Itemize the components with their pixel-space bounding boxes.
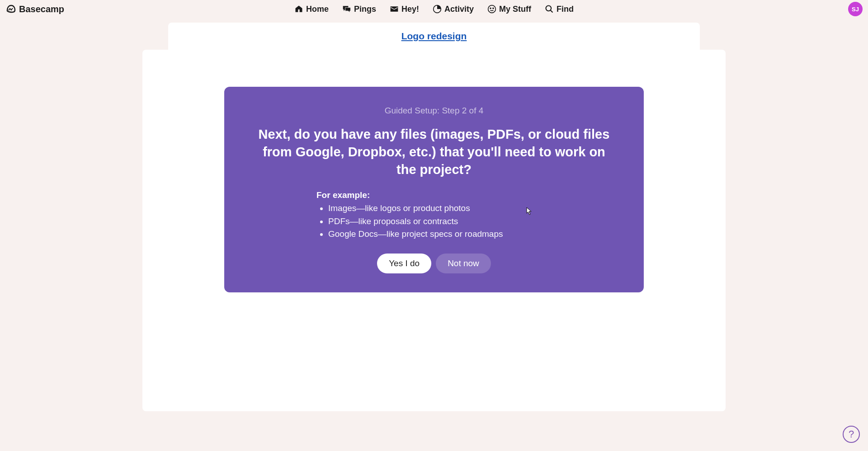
examples-list: Images—like logos or product photos PDFs… [316, 202, 552, 241]
help-icon: ? [849, 428, 854, 440]
example-item: PDFs—like proposals or contracts [328, 215, 552, 228]
yes-button[interactable]: Yes I do [377, 254, 431, 273]
svg-point-4 [493, 8, 494, 9]
nav-pings-label: Pings [354, 5, 376, 14]
nav-home[interactable]: Home [294, 5, 329, 14]
svg-point-5 [546, 6, 552, 11]
logo[interactable]: Basecamp [5, 4, 64, 14]
user-avatar[interactable]: SJ [848, 2, 863, 16]
nav-find[interactable]: Find [545, 5, 574, 14]
search-icon [545, 5, 554, 14]
example-item: Google Docs—like project specs or roadma… [328, 228, 552, 241]
guided-setup-panel: Guided Setup: Step 2 of 4 Next, do you h… [224, 87, 644, 292]
button-row: Yes I do Not now [242, 254, 626, 273]
svg-line-6 [551, 10, 553, 13]
nav-find-label: Find [557, 5, 574, 14]
nav-mystuff-label: My Stuff [499, 5, 531, 14]
logo-text: Basecamp [19, 4, 64, 14]
nav-items: Home Pings Hey! [294, 5, 574, 14]
nav-hey-label: Hey! [401, 5, 419, 14]
help-button[interactable]: ? [843, 426, 860, 443]
pings-icon [342, 5, 351, 14]
nav-mystuff[interactable]: My Stuff [487, 5, 531, 14]
hey-icon [390, 5, 399, 14]
mystuff-icon [487, 5, 496, 14]
avatar-initials: SJ [852, 6, 859, 13]
nav-activity[interactable]: Activity [433, 5, 474, 14]
svg-point-2 [488, 5, 496, 13]
svg-point-3 [490, 8, 491, 9]
nav-home-label: Home [306, 5, 329, 14]
nav-hey[interactable]: Hey! [390, 5, 419, 14]
step-indicator: Guided Setup: Step 2 of 4 [242, 106, 626, 116]
examples-label: For example: [316, 190, 552, 200]
nav-pings[interactable]: Pings [342, 5, 376, 14]
main-card: Guided Setup: Step 2 of 4 Next, do you h… [142, 50, 726, 411]
project-breadcrumb-link[interactable]: Logo redesign [401, 31, 467, 41]
home-icon [294, 5, 303, 14]
nav-activity-label: Activity [444, 5, 474, 14]
svg-rect-0 [391, 7, 397, 11]
activity-icon [433, 5, 442, 14]
not-now-button[interactable]: Not now [436, 254, 491, 273]
top-nav: Basecamp Home Pings [0, 0, 868, 18]
basecamp-logo-icon [5, 4, 16, 14]
example-item: Images—like logos or product photos [328, 202, 552, 215]
examples-section: For example: Images—like logos or produc… [316, 190, 552, 241]
setup-heading: Next, do you have any files (images, PDF… [242, 126, 626, 179]
